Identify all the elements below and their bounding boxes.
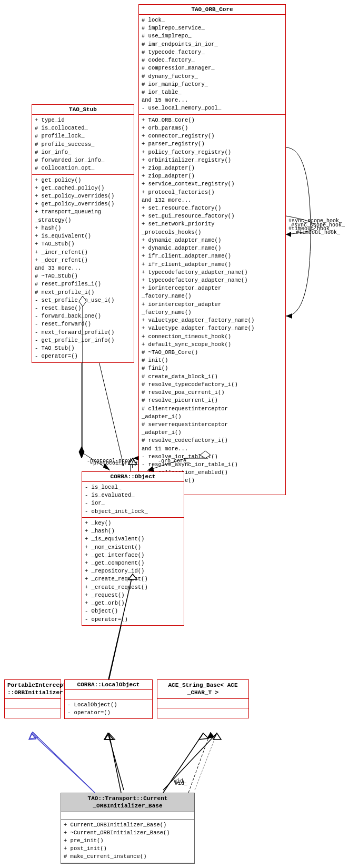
- tao-orb-core-fields: # lock_ # implrepo_service_ # use_implre…: [139, 15, 285, 115]
- corba-local-object-fields: [65, 690, 152, 699]
- corba-local-object-title: CORBA::LocalObject: [65, 680, 152, 690]
- corba-object-methods: + _key() + _hash() + _is_equivalent() + …: [82, 518, 184, 625]
- tao-transport-current-fields: [61, 812, 194, 820]
- svg-marker-20: [104, 733, 113, 739]
- svg-line-42: [109, 733, 121, 793]
- svg-marker-28: [128, 458, 137, 465]
- corba-object-title: CORBA::Object: [82, 472, 184, 482]
- id-label: #id_: [174, 778, 187, 784]
- tao-orb-core-title: TAO_ORB_Core: [139, 5, 285, 15]
- tao-stub-title: TAO_Stub: [32, 105, 134, 115]
- portable-interceptor-box: PortableInterceptor::ORBInitializer: [4, 679, 61, 718]
- svg-marker-47: [207, 732, 215, 738]
- svg-text:#timeout_hook_: #timeout_hook_: [296, 230, 341, 235]
- svg-marker-29: [286, 232, 291, 237]
- svg-marker-43: [105, 733, 115, 739]
- tao-transport-current-methods: + Current_ORBInitializer_Base() + ~Curre…: [61, 820, 194, 863]
- tao-stub-box: TAO_Stub + type_id # is_collocated_ # pr…: [32, 104, 134, 363]
- svg-text:#sync_scope_hook_: #sync_scope_hook_: [291, 222, 345, 228]
- svg-marker-5: [286, 313, 292, 319]
- corba-object-fields: - is_local_ - is_evaluated_ - ior_ - obj…: [82, 482, 184, 518]
- svg-line-40: [33, 732, 95, 793]
- svg-marker-7: [79, 447, 84, 458]
- svg-marker-18: [29, 733, 36, 739]
- tao-stub-fields: + type_id # is_collocated_ # profile_loc…: [32, 115, 134, 175]
- tao-stub-methods: + get_policy() + get_cached_policy() + s…: [32, 175, 134, 362]
- ace-string-base-title: ACE_String_Base< ACE_CHAR_T >: [157, 680, 248, 699]
- svg-line-23: [195, 733, 217, 790]
- ace-string-base-box: ACE_String_Base< ACE_CHAR_T >: [157, 679, 249, 718]
- svg-marker-41: [29, 732, 38, 739]
- protocol-proxy-label: -protocol_proxy_: [87, 458, 138, 464]
- portable-interceptor-title: PortableInterceptor::ORBInitializer: [5, 680, 61, 699]
- corba-object-box: CORBA::Object - is_local_ - is_evaluated…: [82, 471, 184, 626]
- tao-orb-core-box: TAO_ORB_Core # lock_ # implrepo_service_…: [138, 4, 286, 495]
- svg-line-32: [83, 453, 110, 470]
- svg-marker-45: [199, 733, 208, 739]
- tao-transport-current-title: TAO::Transport::Current_ORBInitializer_B…: [61, 793, 194, 812]
- timeout-hook-label: #timeout_hook_: [288, 226, 333, 232]
- corba-local-object-box: CORBA::LocalObject - LocalObject() - ope…: [64, 679, 153, 719]
- svg-line-44: [163, 733, 203, 793]
- corba-local-object-methods: - LocalObject() - operator=(): [65, 699, 152, 718]
- portable-interceptor-methods: [5, 708, 61, 718]
- svg-text:-protocol_proxy_: -protocol_proxy_: [90, 460, 141, 466]
- ace-string-base-fields: [157, 699, 248, 708]
- svg-line-46: [188, 732, 211, 793]
- diagram-container: -protocol_proxy_ -orb_core_ #sync_scope_…: [0, 0, 349, 868]
- tao-transport-current-box: TAO::Transport::Current_ORBInitializer_B…: [61, 793, 195, 864]
- svg-text:#id_: #id_: [175, 781, 188, 786]
- svg-line-17: [32, 733, 92, 790]
- svg-marker-22: [213, 733, 221, 739]
- sync-scope-label: #sync_scope_hook_: [288, 218, 343, 224]
- ace-string-base-methods: [157, 708, 248, 718]
- portable-interceptor-fields: [5, 699, 61, 708]
- svg-line-19: [108, 733, 124, 790]
- tao-orb-core-methods: + TAO_ORB_Core() + orb_params() + connec…: [139, 115, 285, 495]
- svg-marker-33: [103, 463, 110, 470]
- svg-line-21: [163, 733, 217, 790]
